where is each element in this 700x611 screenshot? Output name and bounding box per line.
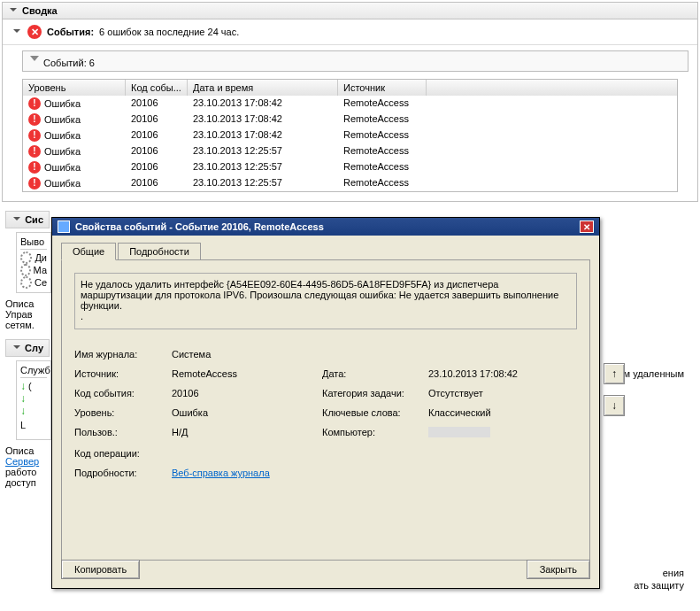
cell-source: RemoteAccess xyxy=(338,112,427,127)
cell-code: 20106 xyxy=(126,128,188,143)
taskcat-value: Отсутствует xyxy=(428,388,570,398)
dialog-buttons: Копировать Закрыть xyxy=(61,560,590,579)
vyvo-box: Выво Ди Ма Се xyxy=(16,232,51,293)
arrow-down-icon: ↓ xyxy=(20,405,26,417)
gear-icon xyxy=(20,251,32,264)
computer-label: Компьютер: xyxy=(322,427,428,439)
taskcat-label: Категория задачи: xyxy=(322,388,428,398)
events-count-label: Событий: xyxy=(43,58,87,68)
error-icon: ! xyxy=(28,145,41,158)
cell-source: RemoteAccess xyxy=(338,176,427,190)
tab-details[interactable]: Подробности xyxy=(118,243,201,259)
cell-level: Ошибка xyxy=(44,146,81,157)
cell-code: 20106 xyxy=(126,144,188,159)
col-source[interactable]: Источник xyxy=(338,80,427,96)
events-text: 6 ошибок за последние 24 час. xyxy=(99,27,239,37)
cell-code: 20106 xyxy=(126,160,188,174)
sluzhb-box: Служб ↓ ( ↓ ↓ L xyxy=(16,360,51,440)
events-count-n: 6 xyxy=(89,58,95,68)
summary-title: Сводка xyxy=(22,5,58,16)
trunc1: им удаленным xyxy=(618,368,684,379)
server-link[interactable]: Сервер xyxy=(5,456,39,467)
collapse-icon[interactable] xyxy=(12,343,21,353)
arrow-down-icon: ↓ xyxy=(20,380,26,392)
filter-icon[interactable] xyxy=(28,54,41,66)
col-level[interactable]: Уровень xyxy=(23,80,126,96)
keywords-value: Классический xyxy=(428,407,570,418)
event-properties-dialog: Свойства событий - Событие 20106, Remote… xyxy=(51,217,600,589)
user-value: Н/Д xyxy=(172,427,322,439)
cell-code: 20106 xyxy=(126,97,188,111)
trunc3: ать защиту xyxy=(634,580,684,591)
cell-level: Ошибка xyxy=(44,130,81,141)
table-row[interactable]: !Ошибка2010623.10.2013 17:08:42RemoteAcc… xyxy=(23,112,677,128)
events-count-box: Событий: 6 xyxy=(22,50,688,72)
level-value: Ошибка xyxy=(172,407,322,418)
web-help-link[interactable]: Веб-справка журнала xyxy=(172,468,270,478)
cell-code: 20106 xyxy=(126,176,188,190)
keywords-label: Ключевые слова: xyxy=(322,407,428,418)
events-grid: Уровень Код собы... Дата и время Источни… xyxy=(22,79,678,192)
table-row[interactable]: !Ошибка2010623.10.2013 17:08:42RemoteAcc… xyxy=(23,96,677,112)
collapse-icon[interactable] xyxy=(12,27,22,37)
error-icon: ! xyxy=(28,161,41,174)
tab-general[interactable]: Общие xyxy=(61,243,116,260)
summary-header: Сводка xyxy=(3,3,697,19)
tabs: Общие Подробности xyxy=(52,236,599,259)
cell-level: Ошибка xyxy=(44,114,81,125)
log-name-value: Система xyxy=(172,349,322,360)
cell-level: Ошибка xyxy=(44,162,81,173)
cell-date: 23.10.2013 12:25:57 xyxy=(188,144,338,159)
table-row[interactable]: !Ошибка2010623.10.2013 12:25:57RemoteAcc… xyxy=(23,143,677,159)
events-label: События: xyxy=(47,27,94,37)
dialog-title-text: Свойства событий - Событие 20106, Remote… xyxy=(75,221,324,232)
events-bar: ✕ События: 6 ошибок за последние 24 час. xyxy=(3,19,697,45)
gear-icon xyxy=(20,276,32,289)
error-icon: ! xyxy=(28,113,41,126)
error-icon: ✕ xyxy=(27,25,42,39)
tab-content: Не удалось удалить интерфейс {A54EE092-6… xyxy=(61,259,590,561)
cell-source: RemoteAccess xyxy=(338,97,427,111)
trunc2: ения xyxy=(663,568,684,578)
code-label: Код события: xyxy=(74,388,172,398)
code-value: 20106 xyxy=(172,388,322,398)
prev-event-button[interactable]: ↑ xyxy=(604,363,625,384)
cell-code: 20106 xyxy=(126,112,188,127)
section-sis: Сис xyxy=(5,211,50,228)
cell-date: 23.10.2013 17:08:42 xyxy=(188,97,338,111)
field-grid: Имя журнала: Система Источник: RemoteAcc… xyxy=(74,349,577,478)
event-message: Не удалось удалить интерфейс {A54EE092-6… xyxy=(74,273,577,329)
cell-date: 23.10.2013 12:25:57 xyxy=(188,176,338,190)
date-label: Дата: xyxy=(322,368,428,379)
next-event-button[interactable]: ↓ xyxy=(604,395,625,416)
table-row[interactable]: !Ошибка2010623.10.2013 12:25:57RemoteAcc… xyxy=(23,175,677,191)
cell-level: Ошибка xyxy=(44,178,81,189)
gear-icon xyxy=(20,264,31,276)
cell-source: RemoteAccess xyxy=(338,160,427,174)
cell-source: RemoteAccess xyxy=(338,128,427,143)
error-icon: ! xyxy=(28,177,41,189)
arrow-down-icon: ↓ xyxy=(20,392,26,405)
grid-header: Уровень Код собы... Дата и время Источни… xyxy=(23,80,677,96)
table-row[interactable]: !Ошибка2010623.10.2013 12:25:57RemoteAcc… xyxy=(23,159,677,175)
section-slu: Слу xyxy=(5,339,50,357)
computer-value xyxy=(428,427,570,439)
user-label: Пользов.: xyxy=(74,427,172,439)
opcode-label: Код операции: xyxy=(74,448,172,459)
close-icon[interactable]: ✕ xyxy=(580,220,594,233)
copy-button[interactable]: Копировать xyxy=(61,560,140,579)
cell-date: 23.10.2013 12:25:57 xyxy=(188,160,338,174)
close-button[interactable]: Закрыть xyxy=(527,560,590,579)
table-row[interactable]: !Ошибка2010623.10.2013 17:08:42RemoteAcc… xyxy=(23,128,677,143)
col-code[interactable]: Код собы... xyxy=(126,80,188,96)
cell-date: 23.10.2013 17:08:42 xyxy=(188,128,338,143)
collapse-icon[interactable] xyxy=(12,214,21,225)
source-value: RemoteAccess xyxy=(172,368,322,379)
collapse-icon[interactable] xyxy=(8,5,19,16)
col-date[interactable]: Дата и время xyxy=(188,80,338,96)
source-label: Источник: xyxy=(74,368,172,379)
cell-level: Ошибка xyxy=(44,98,81,109)
dialog-titlebar[interactable]: Свойства событий - Событие 20106, Remote… xyxy=(52,218,599,236)
dialog-icon xyxy=(58,220,70,233)
nav-buttons: ↑ ↓ xyxy=(604,363,625,416)
